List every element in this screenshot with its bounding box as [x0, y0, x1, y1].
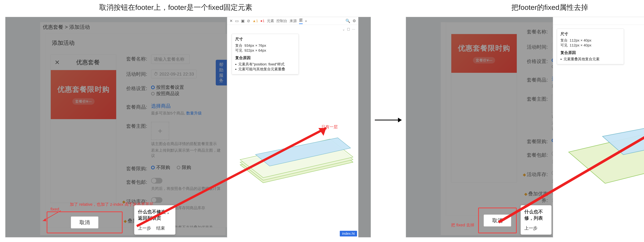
- card: 添加活动 ✕ 优惠套餐 优惠套餐限时购 套餐价¥— 套餐名称: 请输入套餐名称 …: [45, 34, 227, 227]
- warn-badge[interactable]: ▲1: [252, 19, 258, 23]
- note-only-one-layer: 只有一层: [321, 124, 338, 130]
- tour-popover: 什么也不修改，返回列表页 上一步 结束: [134, 205, 176, 235]
- banner-price: 套餐价¥—: [72, 98, 94, 105]
- label-time: 活动时间:: [522, 43, 548, 50]
- label-stock: ◆活动库存:: [522, 170, 548, 178]
- label-goods: 套餐商品:: [122, 103, 147, 110]
- image-hint1: 该主图会在商品详情的搭配套餐里显示: [151, 141, 223, 147]
- tab-more[interactable]: »: [305, 19, 307, 23]
- arrow-between-panels: [375, 116, 402, 124]
- devtools-left: ✕ ▭ ▣ ⊘ ▲1 ●1 元素 控制台 来源 层 » 🔍 ⚙ ⌄ ☐ ⋯ 尺寸…: [227, 17, 358, 238]
- stop-icon[interactable]: ⊘: [247, 19, 250, 23]
- label-price: 价格设置:: [122, 84, 147, 92]
- preview-pane: ✕ 优惠套餐 优惠套餐限时购 套餐价¥—: [50, 55, 116, 203]
- label-ship: 套餐包邮:: [522, 151, 548, 158]
- cancel-button[interactable]: 取消: [71, 216, 98, 228]
- image-hint2: 若未上传则默认展示第一个商品主图，建议: [151, 148, 223, 158]
- label-remove-fixed: 把 fixed 去掉: [451, 222, 474, 228]
- ship-hint: 关闭后，将按照各个商品的运费模版计算: [151, 186, 223, 191]
- toggle-ship[interactable]: [151, 178, 162, 184]
- tab-elements[interactable]: 元素: [267, 19, 274, 23]
- caption-left: 取消按钮在footer上，footer是一个fixed固定元素: [99, 3, 252, 12]
- label-ship: 套餐包邮:: [122, 178, 147, 185]
- preview-banner: 优惠套餐限时购 套餐价¥—: [451, 34, 517, 73]
- radio-limit[interactable]: 限购: [177, 164, 191, 171]
- diamond-icon: ◆: [124, 219, 127, 223]
- footer-static: 取消: [478, 207, 517, 233]
- image-uploader[interactable]: +: [151, 122, 169, 140]
- search-icon[interactable]: 🔍: [346, 19, 350, 23]
- devtools-right: ▭ ⋯ 尺寸 复合 112px × 40px 可见 112px × 40px 复…: [553, 17, 644, 238]
- close-icon[interactable]: ✕: [54, 59, 60, 66]
- label-name: 套餐名称:: [522, 28, 548, 35]
- preview-title: 优惠套餐: [64, 58, 112, 66]
- label-limit: 套餐限购:: [522, 137, 548, 145]
- banner-headline: 优惠套餐限时购: [458, 43, 510, 53]
- tour-popover: 什么也不修，列表 上一步: [520, 205, 552, 235]
- label-goods: 套餐商品:: [522, 76, 548, 83]
- radio-nolimit[interactable]: 不限购: [151, 164, 170, 171]
- svg-marker-3: [43, 218, 46, 221]
- tab-layers[interactable]: 层: [299, 18, 303, 24]
- popover-message: 什么也不修，列表: [524, 209, 548, 221]
- page-title: 添加活动: [52, 39, 220, 47]
- radio-price-goods[interactable]: 按照商品设: [151, 90, 180, 97]
- panel-left: 优惠套餐 > 添加活动 添加活动 ✕ 优惠套餐 优惠套餐限时购 套餐价¥— 套餐…: [5, 17, 371, 237]
- layers-3d-view[interactable]: [558, 58, 644, 225]
- preview-banner: 优惠套餐限时购 套餐价¥—: [51, 70, 116, 119]
- prev-step-button[interactable]: 上一步: [138, 225, 151, 231]
- caption-right: 把footer的fixed属性去掉: [511, 3, 588, 12]
- panel-right: 优惠套餐限时购 套餐价¥— 套餐名称: 请输入套餐名称 活动时间: ⏱ 2022…: [406, 17, 644, 237]
- select-icon[interactable]: ▣: [241, 19, 244, 23]
- layer-tooltip: 尺寸 复合 934px × 76px 可见 922px × 64px 复合原因 …: [232, 34, 299, 74]
- devtools-tabs: ▭ ⋯: [553, 17, 644, 25]
- gear-icon[interactable]: ⚙: [352, 19, 356, 23]
- preview-pane: 优惠套餐限时购 套餐价¥—: [451, 34, 517, 182]
- radio-price-package[interactable]: 按照套餐设置: [151, 84, 184, 90]
- label-image: 套餐主图:: [122, 122, 147, 130]
- devtools-mini-icons[interactable]: ⌄ ☐ ⋯: [342, 27, 356, 31]
- label-coupon: ◆叠加优惠券:: [522, 189, 548, 204]
- banner-price: 套餐价¥—: [473, 57, 495, 63]
- time-input[interactable]: ⏱ 2022-09-21 22:33: [151, 70, 197, 78]
- banner-headline: 优惠套餐限时购: [57, 84, 110, 94]
- label-price: 价格设置:: [522, 57, 548, 65]
- close-icon[interactable]: ✕: [230, 19, 233, 23]
- layers-3d-view[interactable]: [232, 71, 353, 225]
- prev-step-button[interactable]: 上一步: [524, 225, 538, 231]
- done-button[interactable]: 结束: [156, 225, 165, 231]
- help-ribbon[interactable]: 帮助服务: [216, 60, 227, 85]
- dock-icon[interactable]: ▭: [235, 19, 239, 23]
- label-image: 套餐主图:: [522, 95, 548, 102]
- svg-marker-1: [398, 118, 402, 122]
- label-limit: 套餐限购:: [122, 164, 147, 172]
- devtools-tabs: ✕ ▭ ▣ ⊘ ▲1 ●1 元素 控制台 来源 层 » 🔍 ⚙: [227, 17, 358, 25]
- tab-sources[interactable]: 来源: [290, 19, 297, 23]
- select-goods-link[interactable]: 选择商品: [151, 103, 171, 109]
- upgrade-link[interactable]: 数量升级: [186, 111, 202, 115]
- tab-console[interactable]: 控制台: [276, 19, 287, 23]
- popover-message: 什么也不修改，返回列表页: [138, 209, 172, 221]
- label-name: 套餐名称:: [122, 55, 147, 62]
- name-input[interactable]: 请输入套餐名称: [151, 55, 190, 64]
- error-badge[interactable]: ●1: [260, 19, 264, 23]
- file-chip[interactable]: index.ht: [340, 231, 357, 236]
- cancel-button[interactable]: 取消: [484, 214, 511, 226]
- breadcrumb[interactable]: 优惠套餐 > 添加活动: [43, 24, 90, 31]
- label-time: 活动时间:: [122, 70, 147, 77]
- footer-fixed: 取消: [47, 211, 122, 233]
